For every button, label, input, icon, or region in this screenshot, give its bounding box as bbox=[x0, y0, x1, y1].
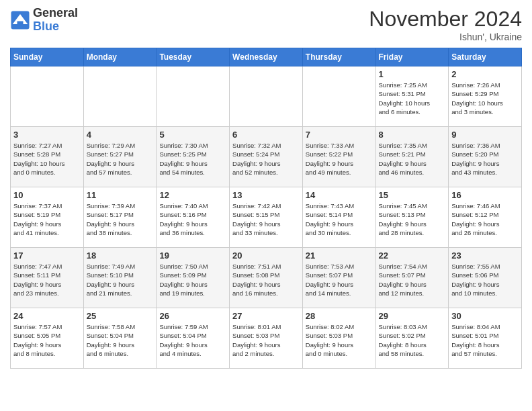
weekday-header-thursday: Thursday bbox=[302, 48, 375, 66]
weekday-header-saturday: Saturday bbox=[449, 48, 522, 66]
day-info: Sunrise: 7:30 AM Sunset: 5:25 PM Dayligh… bbox=[159, 141, 226, 177]
day-number: 5 bbox=[159, 130, 226, 140]
calendar-cell: 1Sunrise: 7:25 AM Sunset: 5:31 PM Daylig… bbox=[375, 66, 449, 127]
day-number: 28 bbox=[306, 311, 373, 321]
calendar-week-row: 17Sunrise: 7:47 AM Sunset: 5:11 PM Dayli… bbox=[11, 248, 522, 308]
weekday-header-tuesday: Tuesday bbox=[157, 48, 230, 66]
day-number: 8 bbox=[379, 130, 446, 140]
calendar-cell: 8Sunrise: 7:35 AM Sunset: 5:21 PM Daylig… bbox=[375, 127, 449, 187]
day-info: Sunrise: 7:47 AM Sunset: 5:11 PM Dayligh… bbox=[13, 262, 81, 298]
day-info: Sunrise: 7:35 AM Sunset: 5:21 PM Dayligh… bbox=[379, 141, 446, 177]
day-info: Sunrise: 7:53 AM Sunset: 5:07 PM Dayligh… bbox=[306, 262, 373, 298]
day-info: Sunrise: 7:40 AM Sunset: 5:16 PM Dayligh… bbox=[159, 201, 226, 237]
calendar-cell bbox=[230, 66, 303, 127]
day-info: Sunrise: 7:39 AM Sunset: 5:17 PM Dayligh… bbox=[87, 201, 154, 237]
day-info: Sunrise: 7:29 AM Sunset: 5:27 PM Dayligh… bbox=[87, 141, 154, 177]
day-number: 14 bbox=[306, 190, 373, 200]
calendar-cell: 9Sunrise: 7:36 AM Sunset: 5:20 PM Daylig… bbox=[449, 127, 522, 187]
calendar-cell bbox=[157, 66, 230, 127]
calendar-cell bbox=[83, 66, 157, 127]
calendar-cell: 11Sunrise: 7:39 AM Sunset: 5:17 PM Dayli… bbox=[83, 187, 157, 248]
day-number: 30 bbox=[451, 311, 519, 321]
day-number: 27 bbox=[232, 311, 300, 321]
day-info: Sunrise: 7:49 AM Sunset: 5:10 PM Dayligh… bbox=[87, 262, 154, 298]
weekday-header-monday: Monday bbox=[83, 48, 157, 66]
day-info: Sunrise: 8:01 AM Sunset: 5:03 PM Dayligh… bbox=[232, 322, 300, 358]
weekday-header-wednesday: Wednesday bbox=[230, 48, 303, 66]
calendar-cell: 3Sunrise: 7:27 AM Sunset: 5:28 PM Daylig… bbox=[11, 127, 84, 187]
calendar-week-row: 1Sunrise: 7:25 AM Sunset: 5:31 PM Daylig… bbox=[11, 66, 522, 127]
weekday-header-row: SundayMondayTuesdayWednesdayThursdayFrid… bbox=[11, 48, 522, 66]
page-header: General Blue November 2024 Ishun', Ukrai… bbox=[10, 7, 522, 42]
calendar-cell: 7Sunrise: 7:33 AM Sunset: 5:22 PM Daylig… bbox=[302, 127, 375, 187]
calendar-cell: 13Sunrise: 7:42 AM Sunset: 5:15 PM Dayli… bbox=[230, 187, 303, 248]
calendar-cell: 15Sunrise: 7:45 AM Sunset: 5:13 PM Dayli… bbox=[375, 187, 449, 248]
day-info: Sunrise: 7:57 AM Sunset: 5:05 PM Dayligh… bbox=[13, 322, 81, 358]
calendar-cell: 4Sunrise: 7:29 AM Sunset: 5:27 PM Daylig… bbox=[83, 127, 157, 187]
calendar-cell: 29Sunrise: 8:03 AM Sunset: 5:02 PM Dayli… bbox=[375, 308, 449, 369]
day-number: 24 bbox=[13, 311, 81, 321]
calendar-cell: 23Sunrise: 7:55 AM Sunset: 5:06 PM Dayli… bbox=[449, 248, 522, 308]
day-info: Sunrise: 7:43 AM Sunset: 5:14 PM Dayligh… bbox=[306, 201, 373, 237]
weekday-header-friday: Friday bbox=[375, 48, 449, 66]
day-info: Sunrise: 7:51 AM Sunset: 5:08 PM Dayligh… bbox=[232, 262, 300, 298]
day-number: 12 bbox=[159, 190, 226, 200]
logo-text: General Blue bbox=[33, 7, 78, 34]
calendar-table: SundayMondayTuesdayWednesdayThursdayFrid… bbox=[10, 48, 522, 369]
calendar-cell: 16Sunrise: 7:46 AM Sunset: 5:12 PM Dayli… bbox=[449, 187, 522, 248]
day-info: Sunrise: 7:45 AM Sunset: 5:13 PM Dayligh… bbox=[379, 201, 446, 237]
weekday-header-sunday: Sunday bbox=[11, 48, 84, 66]
day-info: Sunrise: 7:54 AM Sunset: 5:07 PM Dayligh… bbox=[379, 262, 446, 298]
calendar-week-row: 3Sunrise: 7:27 AM Sunset: 5:28 PM Daylig… bbox=[11, 127, 522, 187]
day-info: Sunrise: 7:33 AM Sunset: 5:22 PM Dayligh… bbox=[306, 141, 373, 177]
day-number: 3 bbox=[13, 130, 81, 140]
calendar-cell: 5Sunrise: 7:30 AM Sunset: 5:25 PM Daylig… bbox=[157, 127, 230, 187]
day-info: Sunrise: 7:59 AM Sunset: 5:04 PM Dayligh… bbox=[159, 322, 226, 358]
calendar-cell: 22Sunrise: 7:54 AM Sunset: 5:07 PM Dayli… bbox=[375, 248, 449, 308]
day-number: 15 bbox=[379, 190, 446, 200]
day-info: Sunrise: 7:46 AM Sunset: 5:12 PM Dayligh… bbox=[451, 201, 519, 237]
calendar-cell: 12Sunrise: 7:40 AM Sunset: 5:16 PM Dayli… bbox=[157, 187, 230, 248]
day-info: Sunrise: 7:36 AM Sunset: 5:20 PM Dayligh… bbox=[451, 141, 519, 177]
calendar-cell: 25Sunrise: 7:58 AM Sunset: 5:04 PM Dayli… bbox=[83, 308, 157, 369]
title-area: November 2024 Ishun', Ukraine bbox=[369, 7, 522, 42]
logo: General Blue bbox=[10, 7, 78, 34]
day-number: 6 bbox=[232, 130, 300, 140]
calendar-cell: 28Sunrise: 8:02 AM Sunset: 5:03 PM Dayli… bbox=[302, 308, 375, 369]
day-number: 17 bbox=[13, 250, 81, 261]
calendar-cell: 27Sunrise: 8:01 AM Sunset: 5:03 PM Dayli… bbox=[230, 308, 303, 369]
day-info: Sunrise: 7:50 AM Sunset: 5:09 PM Dayligh… bbox=[159, 262, 226, 298]
calendar-cell: 18Sunrise: 7:49 AM Sunset: 5:10 PM Dayli… bbox=[83, 248, 157, 308]
calendar-week-row: 10Sunrise: 7:37 AM Sunset: 5:19 PM Dayli… bbox=[11, 187, 522, 248]
day-number: 23 bbox=[451, 250, 519, 261]
day-number: 26 bbox=[159, 311, 226, 321]
day-number: 18 bbox=[87, 250, 154, 261]
day-number: 10 bbox=[13, 190, 81, 200]
day-number: 16 bbox=[451, 190, 519, 200]
calendar-cell: 10Sunrise: 7:37 AM Sunset: 5:19 PM Dayli… bbox=[11, 187, 84, 248]
calendar-cell: 19Sunrise: 7:50 AM Sunset: 5:09 PM Dayli… bbox=[157, 248, 230, 308]
day-number: 22 bbox=[379, 250, 446, 261]
logo-blue: Blue bbox=[33, 20, 78, 34]
calendar-cell bbox=[11, 66, 84, 127]
calendar-cell: 24Sunrise: 7:57 AM Sunset: 5:05 PM Dayli… bbox=[11, 308, 84, 369]
day-number: 7 bbox=[306, 130, 373, 140]
day-number: 25 bbox=[87, 311, 154, 321]
calendar-week-row: 24Sunrise: 7:57 AM Sunset: 5:05 PM Dayli… bbox=[11, 308, 522, 369]
day-number: 11 bbox=[87, 190, 154, 200]
day-info: Sunrise: 8:02 AM Sunset: 5:03 PM Dayligh… bbox=[306, 322, 373, 358]
day-info: Sunrise: 7:42 AM Sunset: 5:15 PM Dayligh… bbox=[232, 201, 300, 237]
logo-icon bbox=[10, 10, 30, 30]
calendar-cell: 14Sunrise: 7:43 AM Sunset: 5:14 PM Dayli… bbox=[302, 187, 375, 248]
day-number: 29 bbox=[379, 311, 446, 321]
svg-rect-2 bbox=[17, 21, 24, 25]
day-number: 21 bbox=[306, 250, 373, 261]
day-number: 9 bbox=[451, 130, 519, 140]
day-number: 2 bbox=[451, 69, 519, 79]
day-info: Sunrise: 7:55 AM Sunset: 5:06 PM Dayligh… bbox=[451, 262, 519, 298]
logo-general: General bbox=[33, 7, 78, 20]
day-info: Sunrise: 7:32 AM Sunset: 5:24 PM Dayligh… bbox=[232, 141, 300, 177]
calendar-cell: 21Sunrise: 7:53 AM Sunset: 5:07 PM Dayli… bbox=[302, 248, 375, 308]
day-info: Sunrise: 7:25 AM Sunset: 5:31 PM Dayligh… bbox=[379, 81, 446, 116]
day-info: Sunrise: 7:58 AM Sunset: 5:04 PM Dayligh… bbox=[87, 322, 154, 358]
